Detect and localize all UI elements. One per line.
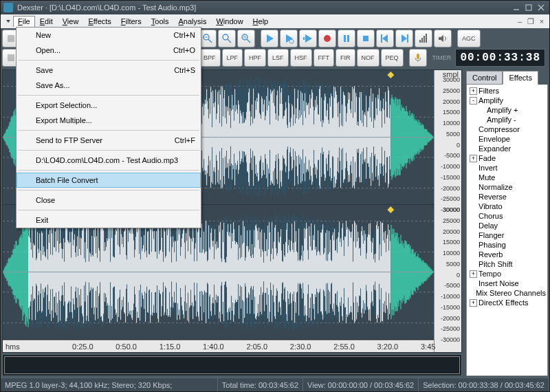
minimize-button[interactable] [511,3,522,12]
menu-item-save-as[interactable]: Save As... [16,78,201,93]
menu-item-save[interactable]: SaveCtrl+S [16,63,201,78]
tree-item-tempo[interactable]: +Tempo [468,269,546,279]
tree-item-amplify-[interactable]: Amplify + [468,105,546,115]
stop-icon[interactable] [357,30,375,47]
menu-item-open[interactable]: Open...Ctrl+O [16,43,201,58]
time-ruler[interactable]: hms 0:25.00:50.01:15.01:40.02:05.02:30.0… [3,340,434,352]
speaker-icon[interactable] [434,30,452,47]
menu-item-d-lo4d-com-lo4d-com-test-audio-mp3[interactable]: D:\LO4D.com\LO4D.com - Test Audio.mp3 [16,153,201,168]
tree-item-amplify[interactable]: -Amplify [468,96,546,105]
tree-item-normalize[interactable]: Normalize [468,182,546,192]
tree-item-directx-effects[interactable]: +DirectX Effects [468,298,546,307]
svg-point-12 [223,34,228,40]
menu-item-exit[interactable]: Exit [16,213,201,228]
menu-tools[interactable]: Tools [146,16,174,27]
app-icon [3,3,13,12]
skip-back-icon[interactable] [376,30,394,47]
tree-item-mix-stereo-channels[interactable]: Mix Stereo Channels [468,288,546,298]
play-icon[interactable] [261,30,278,47]
tree-item-compressor[interactable]: Compressor [468,124,546,134]
expand-icon[interactable]: + [470,299,477,307]
tab-effects[interactable]: Effects [503,71,538,85]
PEQ-button[interactable]: PEQ [381,49,404,67]
HSF-button[interactable]: HSF [290,49,312,67]
menu-item-send-to-ftp-server[interactable]: Send to FTP ServerCtrl+F [16,133,201,148]
watermark: LO4D.com [491,366,544,377]
amplitude-scale-left: 300002500020000150001000050000-5000-1000… [434,80,461,210]
expand-icon[interactable]: + [470,270,477,278]
play-sel-icon[interactable] [299,30,317,47]
tree-item-reverb[interactable]: Reverb [468,250,546,259]
menu-dropdown-icon[interactable] [3,17,13,26]
side-panel: ControlEffects +Filters-AmplifyAmplify +… [463,68,549,378]
mdi-close-icon[interactable]: × [537,17,547,25]
mdi-minimize-icon[interactable]: – [515,17,525,25]
window-title: Dexster · [D:\LO4D.com\LO4D.com - Test A… [17,3,511,12]
menu-item-export-selection[interactable]: Export Selection... [16,98,201,113]
menu-item-batch-file-convert[interactable]: Batch File Convert [16,173,201,188]
statusbar: MPEG 1.0 layer-3; 44,100 kHz; Stereo; 32… [1,378,549,391]
close-button[interactable] [536,3,547,12]
LPF-button[interactable]: LPF [222,49,243,67]
menu-item-close[interactable]: Close [16,193,201,208]
expand-icon[interactable]: + [470,87,477,95]
maximize-button[interactable] [523,3,534,12]
menu-edit[interactable]: Edit [35,16,58,27]
menu-item-new[interactable]: NewCtrl+N [16,28,201,43]
expand-icon[interactable]: + [470,155,477,162]
svg-rect-14 [243,36,246,39]
menu-help[interactable]: Help [248,16,274,27]
tree-item-insert-noise[interactable]: Insert Noise [468,279,546,288]
menu-window[interactable]: Window [211,16,248,27]
tree-item-fade[interactable]: +Fade [468,153,546,163]
status-selection: Selection: 00:00:33:38 / 00:03:45:62 [419,378,549,391]
svg-point-17 [324,35,331,42]
FFT-button[interactable]: FFT [314,49,335,67]
tree-item-envelope[interactable]: Envelope [468,134,546,144]
tree-item-filters[interactable]: +Filters [468,86,546,96]
pause-icon[interactable] [338,30,355,47]
menu-analysis[interactable]: Analysis [173,16,211,27]
volume-icon[interactable] [415,30,432,47]
mic-icon[interactable] [409,49,427,67]
tree-item-chorus[interactable]: Chorus [468,211,546,221]
menu-file[interactable]: File [13,16,35,27]
tree-item-vibrato[interactable]: Vibrato [468,202,546,211]
zoom-sel-icon[interactable] [237,30,255,47]
menu-effects[interactable]: Effects [83,16,116,27]
status-format: MPEG 1.0 layer-3; 44,100 kHz; Stereo; 32… [1,378,218,391]
menu-item-export-multiple[interactable]: Export Multiple... [16,113,201,128]
tree-item-pitch-shift[interactable]: Pitch Shift [468,259,546,269]
svg-rect-24 [421,38,423,43]
LSF-button[interactable]: LSF [267,49,289,67]
svg-rect-22 [407,34,408,43]
tree-item-mute[interactable]: Mute [468,173,546,182]
HPF-button[interactable]: HPF [244,49,266,67]
effects-tree[interactable]: +Filters-AmplifyAmplify +Amplify -Compre… [466,85,548,376]
NOF-button[interactable]: NOF [357,49,380,67]
FIR-button[interactable]: FIR [336,49,355,67]
svg-rect-26 [426,34,427,43]
AGC-button[interactable]: AGC [457,30,481,47]
mdi-restore-icon[interactable]: ❐ [526,17,536,25]
tree-item-reverse[interactable]: Reverse [468,192,546,202]
tree-item-phasing[interactable]: Phasing [468,240,546,250]
svg-rect-1 [8,35,14,42]
expand-icon[interactable]: - [470,97,477,105]
menu-filters[interactable]: Filters [116,16,146,27]
svg-rect-25 [424,36,425,43]
tree-item-expander[interactable]: Expander [468,144,546,153]
overview-bar[interactable] [2,354,462,376]
tab-control[interactable]: Control [466,71,503,85]
record-icon[interactable] [318,30,336,47]
skip-fwd-icon[interactable] [395,30,413,47]
tree-item-flanger[interactable]: Flanger [468,230,546,240]
menu-view[interactable]: View [58,16,84,27]
tree-item-amplify-[interactable]: Amplify - [468,115,546,124]
tree-item-invert[interactable]: Invert [468,163,546,173]
svg-rect-27 [8,54,14,61]
zoom-fit-icon[interactable] [218,30,236,47]
tree-item-delay[interactable]: Delay [468,221,546,230]
play-loop-icon[interactable] [280,30,298,47]
BPF-button[interactable]: BPF [199,49,221,67]
